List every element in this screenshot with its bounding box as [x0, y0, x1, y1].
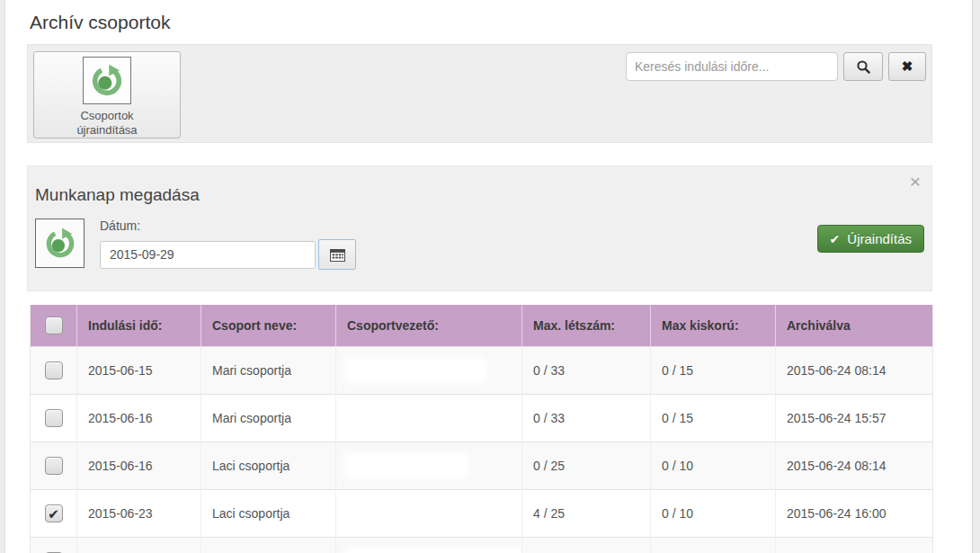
leader-redacted-block	[347, 504, 412, 523]
header-archived: Archiválva	[776, 305, 933, 347]
cell-max-capacity: 0 / 33	[522, 347, 651, 395]
header-start-date: Indulási idő:	[77, 305, 201, 347]
table-row: 2015-06-16 Mari csoportja 0 / 33 0 / 15 …	[31, 395, 933, 442]
row-checkbox[interactable]: ✔	[45, 504, 63, 522]
workday-panel: × Munkanap megadása Dátum:	[27, 165, 932, 291]
header-max-minor: Max kiskorú:	[651, 305, 776, 347]
cell-archived: 2015-06-24 15:57	[776, 395, 933, 442]
refresh-icon-frame	[83, 57, 131, 104]
content-container: Archív csoportok Csoportok újraindítása	[27, 0, 932, 553]
cell-max-minor: 0 / 15	[651, 395, 776, 442]
date-label: Dátum:	[100, 219, 356, 233]
cell-leader	[336, 538, 522, 553]
cell-group-name: Laci csoportja	[201, 442, 336, 490]
cell-max-minor: 0 / 10	[651, 490, 776, 538]
cell-group-name: Mari csoportja	[201, 538, 336, 553]
page-title: Archív csoportok	[30, 12, 932, 33]
table-row: 2015-06-16 Laci csoportja 0 / 25 0 / 10 …	[31, 442, 933, 490]
cell-max-minor: 0 / 15	[651, 347, 776, 395]
cell-max-capacity: 0 / 33	[522, 395, 651, 442]
window-edge-right	[972, 0, 980, 553]
cell-archived: 2015-06-24 08:14	[776, 347, 933, 395]
cell-max-capacity: 4 / 33	[522, 538, 651, 553]
cell-archived: 2015-06-24 16:00	[776, 490, 933, 538]
archived-groups-table: Indulási idő: Csoport neve: Csoportvezet…	[30, 305, 933, 553]
table-row: ✔ 2015-06-23 Laci csoportja 4 / 25 0 / 1…	[31, 490, 933, 538]
cell-start-date: 2015-06-15	[77, 347, 201, 395]
refresh-icon	[43, 227, 77, 261]
leader-redacted-block	[347, 456, 466, 476]
check-icon: ✔	[830, 232, 841, 246]
cell-group-name: Laci csoportja	[201, 490, 336, 538]
panel-title: Munkanap megadása	[35, 185, 931, 205]
cell-archived: 2015-06-24 08:14	[776, 442, 933, 490]
cell-group-name: Mari csoportja	[201, 347, 336, 395]
search-input[interactable]	[626, 52, 838, 81]
panel-body: Dátum:	[35, 219, 931, 270]
row-checkbox[interactable]	[45, 457, 63, 475]
toolbar: Csoportok újraindítása ✖	[27, 44, 932, 143]
cell-start-date: 2015-06-16	[77, 442, 201, 490]
cell-max-capacity: 0 / 25	[522, 442, 651, 490]
date-block: Dátum:	[100, 219, 356, 270]
row-select-cell	[31, 538, 77, 553]
table-row: 2015-06-24 Mari csoportja 4 / 33 0 / 15 …	[31, 538, 933, 553]
cell-group-name: Mari csoportja	[201, 395, 336, 442]
leader-redacted-block	[347, 361, 484, 380]
row-select-cell: ✔	[31, 490, 77, 538]
row-checkbox[interactable]	[45, 361, 63, 379]
select-all-header-cell	[31, 305, 77, 347]
cell-max-minor: 0 / 10	[651, 442, 776, 490]
table-header-row: Indulási idő: Csoport neve: Csoportvezet…	[31, 305, 933, 347]
restart-submit-button[interactable]: ✔ Újraindítás	[817, 225, 924, 253]
row-checkbox[interactable]	[45, 409, 63, 427]
restart-groups-button[interactable]: Csoportok újraindítása	[33, 51, 181, 138]
table-body: 2015-06-15 Mari csoportja 0 / 33 0 / 15 …	[31, 347, 933, 553]
cell-max-minor: 0 / 15	[651, 538, 776, 553]
cell-max-capacity: 4 / 25	[522, 490, 651, 538]
header-max-capacity: Max. létszám:	[522, 305, 651, 347]
calendar-button[interactable]	[318, 239, 356, 270]
cell-leader	[336, 490, 522, 538]
cell-start-date: 2015-06-24	[77, 538, 201, 553]
clear-icon: ✖	[902, 58, 913, 75]
cell-leader	[336, 347, 522, 395]
cell-leader	[336, 395, 522, 442]
header-leader: Csoportvezető:	[336, 305, 522, 347]
header-group-name: Csoport neve:	[201, 305, 336, 347]
cell-start-date: 2015-06-16	[77, 395, 201, 442]
search-group: ✖	[626, 52, 926, 81]
cell-leader	[336, 442, 522, 490]
restart-groups-label: Csoportok újraindítása	[58, 109, 156, 137]
restart-submit-label: Újraindítás	[847, 231, 912, 246]
select-all-checkbox[interactable]	[45, 317, 63, 334]
cell-archived: 2015-06-26 11:18	[776, 538, 933, 553]
date-input[interactable]	[100, 241, 316, 269]
table-row: 2015-06-15 Mari csoportja 0 / 33 0 / 15 …	[31, 347, 933, 395]
clear-search-button[interactable]: ✖	[888, 52, 926, 81]
window-edge-left	[0, 0, 5, 553]
refresh-icon-frame-panel	[35, 219, 85, 268]
refresh-icon	[89, 63, 125, 99]
row-select-cell	[31, 395, 77, 442]
search-button[interactable]	[843, 52, 883, 81]
row-select-cell	[31, 442, 77, 490]
leader-redacted-block	[347, 408, 516, 428]
calendar-icon	[330, 248, 345, 262]
search-icon	[856, 59, 871, 75]
cell-start-date: 2015-06-23	[77, 490, 201, 538]
panel-close-icon[interactable]: ×	[910, 168, 921, 194]
row-select-cell	[31, 347, 77, 395]
